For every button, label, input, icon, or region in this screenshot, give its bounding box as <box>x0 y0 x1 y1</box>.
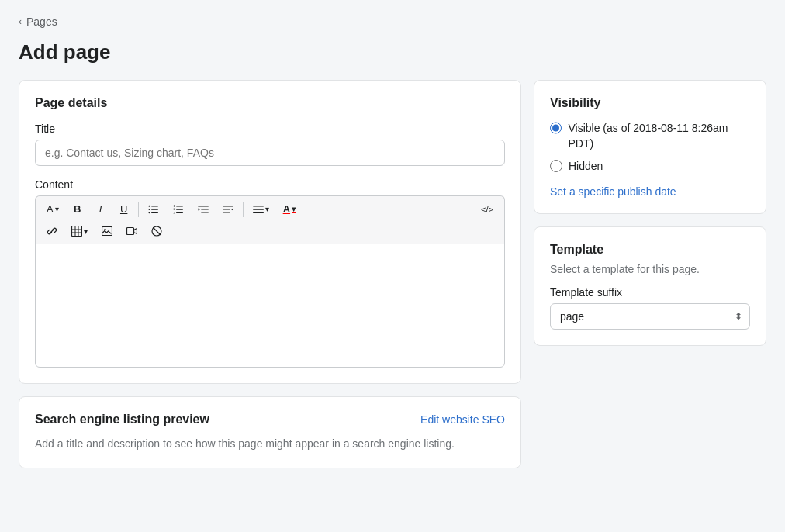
svg-text:3: 3 <box>173 210 175 214</box>
left-column: Page details Title Content A ▾ B I U <box>19 80 521 468</box>
link-button[interactable] <box>40 222 64 240</box>
italic-button[interactable]: I <box>90 199 112 219</box>
svg-rect-18 <box>253 206 264 207</box>
title-input[interactable] <box>35 140 505 166</box>
font-button[interactable]: A ▾ <box>40 199 65 219</box>
clear-format-button[interactable] <box>145 222 168 240</box>
editor-toolbar: A ▾ B I U 123 <box>35 195 505 244</box>
page-details-title: Page details <box>35 96 505 110</box>
svg-rect-7 <box>176 209 183 210</box>
svg-rect-21 <box>72 226 82 237</box>
template-select-wrapper: page contact faq about ⬍ <box>550 303 750 330</box>
svg-rect-28 <box>127 228 134 235</box>
image-button[interactable] <box>95 222 119 240</box>
svg-point-1 <box>148 205 150 206</box>
align-button[interactable]: ▾ <box>247 200 275 219</box>
breadcrumb: ‹ Pages <box>19 16 766 28</box>
svg-rect-17 <box>223 212 230 213</box>
template-select[interactable]: page contact faq about <box>550 303 750 330</box>
indent-decrease-button[interactable] <box>192 200 215 219</box>
visible-label: Visible (as of 2018-08-11 8:26am PDT) <box>568 121 750 151</box>
svg-rect-8 <box>176 212 183 213</box>
code-button[interactable]: </> <box>475 201 500 218</box>
svg-line-30 <box>154 228 161 235</box>
visible-option[interactable]: Visible (as of 2018-08-11 8:26am PDT) <box>550 121 750 151</box>
svg-rect-15 <box>223 206 233 207</box>
breadcrumb-pages-link[interactable]: Pages <box>26 16 57 28</box>
template-suffix-label: Template suffix <box>550 286 750 299</box>
separator-2 <box>243 202 244 217</box>
font-color-button[interactable]: A ▾ <box>277 199 302 219</box>
template-title: Template <box>550 243 750 257</box>
svg-rect-16 <box>223 209 230 210</box>
svg-rect-6 <box>176 206 183 207</box>
content-label: Content <box>35 178 505 191</box>
set-date-link[interactable]: Set a specific publish date <box>550 185 676 198</box>
svg-rect-2 <box>151 209 158 210</box>
edit-seo-link[interactable]: Edit website SEO <box>420 413 505 426</box>
visibility-radio-group: Visible (as of 2018-08-11 8:26am PDT) Hi… <box>550 121 750 174</box>
page-details-card: Page details Title Content A ▾ B I U <box>19 80 521 384</box>
template-description: Select a template for this page. <box>550 263 750 275</box>
chevron-icon: ‹ <box>19 16 22 27</box>
bold-button[interactable]: B <box>67 199 88 219</box>
visibility-card: Visibility Visible (as of 2018-08-11 8:2… <box>534 80 766 214</box>
visible-radio[interactable] <box>550 122 562 134</box>
hidden-label: Hidden <box>569 159 603 174</box>
video-button[interactable] <box>120 222 144 240</box>
seo-header: Search engine listing preview Edit websi… <box>35 413 505 427</box>
svg-point-27 <box>104 229 105 230</box>
template-card: Template Select a template for this page… <box>534 226 766 346</box>
svg-rect-26 <box>102 227 112 236</box>
underline-button[interactable]: U <box>113 199 135 219</box>
svg-point-3 <box>148 209 150 210</box>
hidden-option[interactable]: Hidden <box>550 159 750 174</box>
svg-rect-19 <box>253 209 264 210</box>
svg-rect-13 <box>201 209 209 210</box>
page-title: Add page <box>19 40 766 64</box>
separator-1 <box>138 202 139 217</box>
svg-rect-0 <box>151 206 158 207</box>
ordered-list-button[interactable]: 123 <box>167 200 190 219</box>
svg-rect-4 <box>151 212 158 213</box>
svg-rect-12 <box>198 206 209 207</box>
editor-area[interactable] <box>35 244 505 368</box>
table-button[interactable]: ▾ <box>65 222 94 240</box>
right-column: Visibility Visible (as of 2018-08-11 8:2… <box>534 80 766 346</box>
seo-description: Add a title and description to see how t… <box>35 436 505 452</box>
title-label: Title <box>35 123 505 135</box>
visibility-title: Visibility <box>550 96 750 110</box>
seo-card: Search engine listing preview Edit websi… <box>19 396 521 468</box>
svg-rect-14 <box>201 212 209 213</box>
svg-rect-20 <box>253 212 264 213</box>
bullet-list-button[interactable] <box>142 200 165 219</box>
hidden-radio[interactable] <box>550 160 562 172</box>
seo-title: Search engine listing preview <box>35 413 209 427</box>
svg-point-5 <box>148 212 150 213</box>
indent-increase-button[interactable] <box>216 200 240 219</box>
